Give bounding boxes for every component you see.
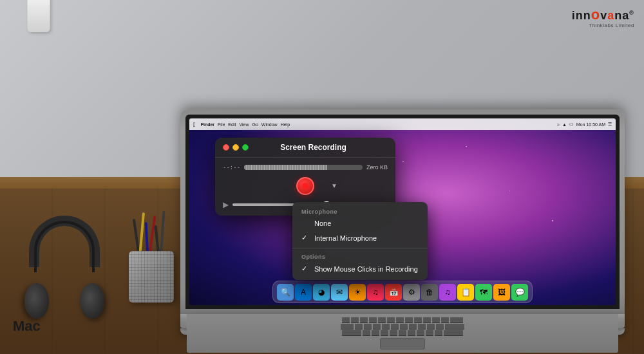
file-menu[interactable]: File	[218, 122, 225, 127]
key[interactable]	[400, 324, 408, 329]
holder-container	[129, 251, 174, 303]
key[interactable]	[427, 324, 435, 329]
minimize-button[interactable]	[232, 144, 239, 151]
headphones-visual	[19, 216, 109, 319]
dock-icon-settings[interactable]: ⚙	[403, 284, 420, 301]
key[interactable]	[372, 330, 379, 335]
view-menu[interactable]: View	[239, 122, 249, 127]
key[interactable]	[435, 330, 442, 335]
key[interactable]	[391, 324, 399, 329]
window-menu[interactable]: Window	[261, 122, 278, 127]
star	[402, 161, 404, 162]
close-button[interactable]	[223, 144, 229, 151]
key[interactable]	[363, 330, 370, 335]
progress-bar	[244, 165, 363, 170]
key[interactable]	[390, 330, 397, 335]
key[interactable]	[396, 317, 404, 322]
dock-icon-preview[interactable]: 🖼	[493, 284, 510, 301]
key[interactable]	[444, 330, 463, 335]
dock-icon-messages[interactable]: 💬	[511, 284, 528, 301]
mic-none-option[interactable]: None	[292, 216, 428, 230]
key[interactable]	[341, 324, 354, 329]
dock-icon-finder[interactable]: 🔍	[277, 284, 294, 301]
key[interactable]	[355, 324, 363, 329]
dock-icon-music[interactable]: ♫	[367, 284, 384, 301]
logo-text: innovana®	[572, 8, 634, 22]
go-menu[interactable]: Go	[252, 122, 258, 127]
edit-menu[interactable]: Edit	[228, 122, 236, 127]
dropdown-arrow-icon[interactable]: ▼	[331, 182, 337, 189]
key[interactable]	[445, 324, 464, 329]
apple-branding: Mac	[13, 315, 41, 335]
mic-none-label: None	[314, 219, 331, 227]
key[interactable]	[381, 330, 388, 335]
mac-menubar:  Finder File Edit View Go Window Help ≈…	[189, 118, 616, 130]
key[interactable]	[423, 317, 431, 322]
key[interactable]	[436, 324, 444, 329]
dock-icon-safari[interactable]: ◕	[313, 284, 330, 301]
finder-menu[interactable]: Finder	[201, 122, 214, 127]
key[interactable]	[417, 330, 424, 335]
volume-icon: ▶	[223, 200, 229, 209]
hp-band	[29, 216, 100, 267]
dock-icon-photos[interactable]: ☀	[349, 284, 366, 301]
pen-holder	[129, 251, 174, 303]
laptop-keyboard	[187, 314, 618, 353]
spotlight-icon[interactable]: ☰	[608, 122, 612, 127]
laptop-screen:  Finder File Edit View Go Window Help ≈…	[189, 118, 616, 305]
laptop-screen-outer:  Finder File Edit View Go Window Help ≈…	[180, 109, 625, 314]
key[interactable]	[414, 317, 422, 322]
trackpad[interactable]	[380, 338, 425, 349]
key[interactable]	[382, 324, 390, 329]
laptop:  Finder File Edit View Go Window Help ≈…	[180, 109, 625, 335]
clock: Mon 10:50 AM	[576, 122, 605, 127]
key[interactable]	[409, 324, 417, 329]
dock-icon-appstore[interactable]: A	[295, 284, 312, 301]
key[interactable]	[373, 324, 381, 329]
show-mouse-option[interactable]: ✓ Show Mouse Clicks in Recording	[292, 261, 428, 276]
key[interactable]	[408, 330, 415, 335]
options-section-label: Options	[292, 251, 428, 261]
key[interactable]	[342, 317, 350, 322]
key[interactable]	[369, 317, 377, 322]
key[interactable]	[364, 324, 372, 329]
help-menu[interactable]: Help	[281, 122, 290, 127]
dock-icon-notes[interactable]: 📋	[457, 284, 474, 301]
file-size: Zero KB	[366, 164, 388, 171]
dock-icon-itunes[interactable]: ♫	[439, 284, 456, 301]
dock-icon-mail[interactable]: ✉	[331, 284, 348, 301]
dock-icon-trash[interactable]: 🗑	[421, 284, 438, 301]
key[interactable]	[450, 317, 463, 322]
key[interactable]	[441, 317, 449, 322]
plant-vase	[28, 0, 50, 32]
hp-cup-left	[24, 283, 49, 319]
laptop-screen-bezel:  Finder File Edit View Go Window Help ≈…	[185, 115, 620, 309]
key[interactable]	[426, 330, 433, 335]
record-button-inner	[302, 183, 308, 189]
traffic-lights	[223, 144, 249, 151]
mic-internal-label: Internal Microphone	[314, 234, 377, 242]
key[interactable]	[378, 317, 386, 322]
key[interactable]	[360, 317, 368, 322]
apple-menu-icon[interactable]: 	[193, 121, 196, 128]
laptop-base	[180, 314, 625, 328]
show-mouse-label: Show Mouse Clicks in Recording	[314, 265, 418, 273]
show-mouse-checkmark: ✓	[301, 265, 309, 273]
key[interactable]	[387, 317, 395, 322]
key[interactable]	[342, 330, 361, 335]
key[interactable]	[432, 317, 440, 322]
maximize-button[interactable]	[242, 144, 249, 151]
microphone-section-label: Microphone	[292, 206, 428, 216]
key[interactable]	[399, 330, 406, 335]
time-display: --:--	[223, 164, 240, 171]
star	[466, 146, 467, 147]
dock-icon-calendar[interactable]: 📅	[385, 284, 402, 301]
mic-internal-option[interactable]: ✓ Internal Microphone	[292, 230, 428, 245]
menubar-right: ≈ ▲ ▭ Mon 10:50 AM ☰	[557, 122, 612, 127]
record-button[interactable]	[296, 177, 314, 195]
key[interactable]	[405, 317, 413, 322]
key[interactable]	[351, 317, 359, 322]
key[interactable]	[418, 324, 426, 329]
dock-icon-maps[interactable]: 🗺	[475, 284, 492, 301]
menubar-items: Finder File Edit View Go Window Help	[201, 122, 290, 127]
